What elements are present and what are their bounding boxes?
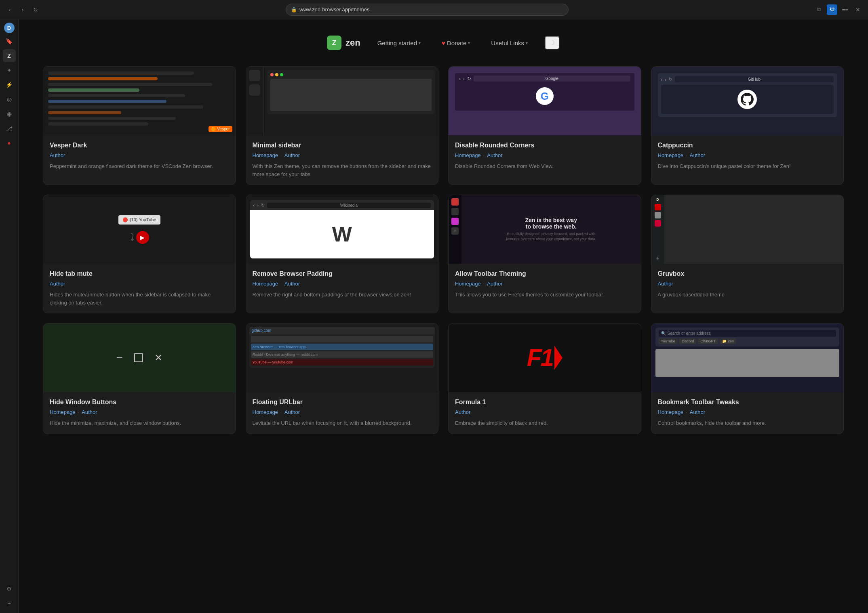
theme-preview-formula-1: F1 [449, 323, 641, 392]
theme-author-link-gruvbox[interactable]: Author [658, 281, 673, 287]
theme-author-link-floating-urlbar[interactable]: Author [284, 409, 300, 415]
theme-title-floating-urlbar: Floating URLbar [253, 399, 432, 406]
theme-author-link-hide-window-buttons[interactable]: Author [82, 409, 97, 415]
sidebar-btn-github[interactable]: ◉ [3, 107, 16, 120]
link-sep-3: · [686, 152, 687, 158]
nav-donate-chevron: ▾ [468, 41, 470, 45]
back-button[interactable]: ‹ [5, 5, 15, 15]
theme-card-body-catppuccin: Catppuccin Homepage · Author Dive into C… [651, 135, 844, 177]
shield-ext-icon[interactable]: 🛡 [827, 4, 837, 15]
sidebar-avatar-d[interactable]: D [4, 23, 15, 33]
theme-links-hide-window-buttons: Homepage · Author [50, 409, 229, 415]
theme-grid: 🟠 Vesper Vesper Dark Author Peppermint a… [43, 66, 844, 434]
theme-homepage-link-hide-window-buttons[interactable]: Homepage [50, 409, 76, 415]
theme-desc-floating-urlbar: Levitate the URL bar when focusing on it… [253, 419, 432, 427]
extensions-button[interactable]: ⧉ [814, 4, 824, 15]
theme-card-minimal-sidebar[interactable]: Minimal sidebar Homepage · Author With t… [246, 66, 439, 185]
theme-preview-hide-tab-mute: 🔴 (10) YouTube ⤵ ▶ [43, 195, 236, 264]
theme-links-formula-1: Author [455, 409, 634, 415]
nav-useful-links-label: Useful Links [491, 40, 524, 46]
theme-preview-minimal-sidebar [246, 67, 438, 135]
sidebar-btn-bookmark[interactable]: 🔖 [3, 35, 16, 48]
theme-links-catppuccin: Homepage · Author [658, 152, 837, 158]
nav-theme-toggle[interactable]: ☽ [545, 36, 560, 50]
theme-card-vesper-dark[interactable]: 🟠 Vesper Vesper Dark Author Peppermint a… [43, 66, 236, 185]
theme-title-gruvbox: Gruvbox [658, 270, 837, 277]
theme-links-remove-browser-padding: Homepage · Author [253, 281, 432, 287]
close-button[interactable]: ✕ [853, 4, 863, 15]
nav-donate-label: Donate [447, 40, 466, 46]
more-button[interactable]: ••• [840, 4, 850, 15]
heart-icon: ♥ [442, 40, 445, 46]
theme-author-link-hide-tab-mute[interactable]: Author [50, 281, 65, 287]
forward-button[interactable]: › [18, 5, 27, 15]
sidebar-btn-settings[interactable]: ⚙ [3, 582, 16, 595]
theme-author-link-remove-browser-padding[interactable]: Author [284, 281, 300, 287]
nav-getting-started[interactable]: Getting started ▾ [373, 37, 425, 49]
sidebar-btn-circle[interactable]: ◎ [3, 93, 16, 106]
theme-title-hide-window-buttons: Hide Window Buttons [50, 399, 229, 406]
theme-card-gruvbox[interactable]: D + Gruvbox Author A gruvbox baseddddd t… [651, 195, 844, 313]
theme-title-formula-1: Formula 1 [455, 399, 634, 406]
theme-card-remove-browser-padding[interactable]: ‹ › ↻ Wikipedia W Remove Browser Padding… [246, 195, 439, 313]
theme-homepage-link-allow-toolbar-theming[interactable]: Homepage [455, 281, 481, 287]
sidebar-btn-lightning[interactable]: ⚡ [3, 78, 16, 91]
theme-card-formula-1[interactable]: F1 Formula 1 Author Embrace the simplici… [448, 323, 641, 434]
url-text: www.zen-browser.app/themes [299, 6, 369, 13]
theme-card-bookmark-toolbar-tweaks[interactable]: 🔍 Search or enter address YouTube Discor… [651, 323, 844, 434]
theme-desc-allow-toolbar-theming: This allows you to use Firefox themes to… [455, 291, 634, 299]
sidebar-btn-red[interactable]: ● [3, 136, 16, 149]
sidebar: D 🔖 Z ✦ ⚡ ◎ ◉ ⎇ ● ⚙ + [0, 19, 19, 613]
theme-author-link-vesper-dark[interactable]: Author [50, 152, 65, 158]
theme-links-minimal-sidebar: Homepage · Author [253, 152, 432, 158]
theme-desc-hide-window-buttons: Hide the minimize, maximize, and close w… [50, 419, 229, 427]
theme-homepage-link-minimal-sidebar[interactable]: Homepage [253, 152, 278, 158]
theme-card-catppuccin[interactable]: ‹ › ↻ GitHub Catppuccin [651, 66, 844, 185]
theme-desc-formula-1: Embrace the simplicity of black and red. [455, 419, 634, 427]
theme-homepage-link-floating-urlbar[interactable]: Homepage [253, 409, 278, 415]
nav-donate[interactable]: ♥ Donate ▾ [438, 37, 474, 49]
sidebar-btn-git[interactable]: ⎇ [3, 122, 16, 135]
theme-card-hide-window-buttons[interactable]: − ✕ Hide Window Buttons Homepage · Autho… [43, 323, 236, 434]
browser-chrome: ‹ › ↻ 🔒 www.zen-browser.app/themes ⧉ 🛡 •… [0, 0, 868, 19]
theme-homepage-link-remove-browser-padding[interactable]: Homepage [253, 281, 278, 287]
theme-links-floating-urlbar: Homepage · Author [253, 409, 432, 415]
theme-author-link-allow-toolbar-theming[interactable]: Author [487, 281, 502, 287]
theme-preview-disable-rounded-corners: ‹ › ↻ Google G [449, 67, 641, 135]
link-sep: · [280, 152, 282, 158]
reload-button[interactable]: ↻ [31, 5, 40, 15]
link-sep-2: · [483, 152, 485, 158]
sidebar-btn-add[interactable]: + [3, 597, 16, 610]
logo-text: zen [346, 38, 360, 48]
sidebar-btn-zen[interactable]: Z [3, 49, 16, 62]
theme-links-allow-toolbar-theming: Homepage · Author [455, 281, 634, 287]
theme-links-vesper-dark: Author [50, 152, 229, 158]
theme-author-link-bookmark-toolbar-tweaks[interactable]: Author [690, 409, 705, 415]
theme-author-link-disable-rounded-corners[interactable]: Author [487, 152, 502, 158]
logo-area: Z zen [327, 36, 360, 50]
theme-card-body-gruvbox: Gruvbox Author A gruvbox baseddddd theme [651, 264, 844, 305]
sidebar-btn-star[interactable]: ✦ [3, 64, 16, 77]
theme-homepage-link-disable-rounded-corners[interactable]: Homepage [455, 152, 481, 158]
theme-preview-gruvbox: D + [651, 195, 844, 264]
theme-author-link-formula-1[interactable]: Author [455, 409, 470, 415]
theme-title-bookmark-toolbar-tweaks: Bookmark Toolbar Tweaks [658, 399, 837, 406]
theme-author-link-minimal-sidebar[interactable]: Author [284, 152, 300, 158]
theme-links-hide-tab-mute: Author [50, 281, 229, 287]
theme-card-body-hide-tab-mute: Hide tab mute Author Hides the mute/unmu… [43, 264, 236, 313]
theme-title-hide-tab-mute: Hide tab mute [50, 270, 229, 277]
theme-desc-remove-browser-padding: Remove the right and bottom paddings of … [253, 291, 432, 299]
theme-card-hide-tab-mute[interactable]: 🔴 (10) YouTube ⤵ ▶ Hide tab mute Author … [43, 195, 236, 313]
address-bar[interactable]: 🔒 www.zen-browser.app/themes [286, 4, 569, 16]
theme-desc-gruvbox: A gruvbox baseddddd theme [658, 291, 837, 299]
theme-card-body-allow-toolbar-theming: Allow Toolbar Theming Homepage · Author … [449, 264, 641, 305]
theme-homepage-link-bookmark-toolbar-tweaks[interactable]: Homepage [658, 409, 684, 415]
theme-card-allow-toolbar-theming[interactable]: + Zen is the best wayto browse the web. … [448, 195, 641, 313]
theme-homepage-link-catppuccin[interactable]: Homepage [658, 152, 684, 158]
nav-useful-links-chevron: ▾ [526, 41, 528, 45]
nav-useful-links[interactable]: Useful Links ▾ [487, 37, 532, 49]
theme-author-link-catppuccin[interactable]: Author [690, 152, 705, 158]
theme-desc-disable-rounded-corners: Disable Rounded Corners from Web View. [455, 162, 634, 170]
theme-card-disable-rounded-corners[interactable]: ‹ › ↻ Google G Disable Rounded Corners H… [448, 66, 641, 185]
theme-card-floating-urlbar[interactable]: github.com Zen Browser — zen-browser.app… [246, 323, 439, 434]
